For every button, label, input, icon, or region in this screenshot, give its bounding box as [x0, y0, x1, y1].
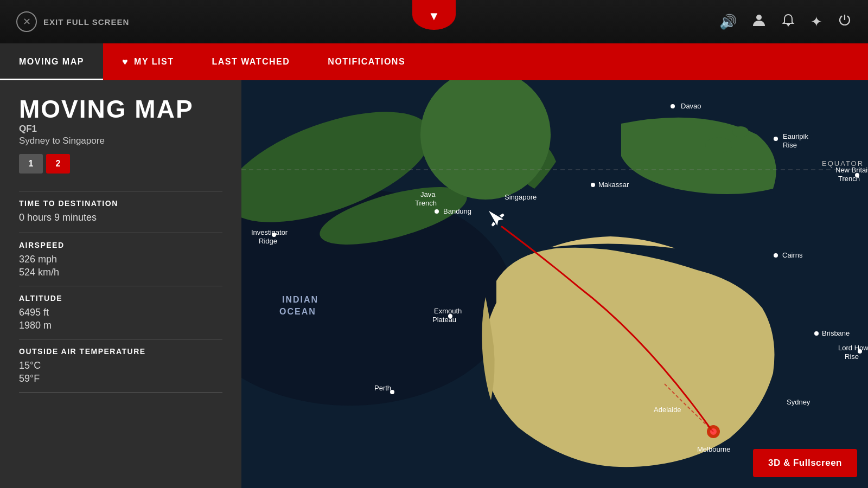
svg-text:Trench: Trench — [415, 199, 437, 207]
svg-point-0 — [756, 15, 762, 20]
svg-text:Makassar: Makassar — [598, 181, 629, 189]
svg-text:Singapore: Singapore — [505, 193, 537, 201]
svg-text:Eauripik: Eauripik — [783, 132, 808, 140]
stat-temp-label: OUTSIDE AIR TEMPERATURE — [19, 347, 222, 356]
tab-notifications[interactable]: NOTIFICATIONS — [309, 43, 424, 80]
tab-my-list-label: MY LIST — [134, 57, 174, 67]
svg-text:INDIAN: INDIAN — [282, 295, 318, 304]
svg-text:Trench: Trench — [838, 175, 860, 183]
svg-text:Brisbane: Brisbane — [822, 329, 850, 337]
view-btn-2[interactable]: 2 — [46, 154, 70, 174]
stat-temperature: OUTSIDE AIR TEMPERATURE 15°C 59°F — [19, 347, 222, 384]
divider-2 — [19, 233, 222, 233]
svg-text:Ridge: Ridge — [259, 237, 277, 245]
stat-altitude-ft: 6495 ft — [19, 305, 222, 320]
stat-time-label: TIME TO DESTINATION — [19, 199, 222, 208]
svg-text:Lord Howe: Lord Howe — [838, 344, 868, 352]
bell-icon[interactable] — [781, 13, 795, 31]
map-area: Davao Eauripik Rise EQUATOR New Britain … — [241, 80, 868, 488]
svg-text:Plateau: Plateau — [432, 316, 456, 324]
divider-5 — [19, 392, 222, 393]
svg-point-27 — [591, 183, 595, 187]
page-title: MOVING MAP — [19, 97, 222, 121]
flight-code: QF1 — [19, 124, 222, 134]
stat-altitude-m: 1980 m — [19, 320, 222, 331]
svg-text:Investigator: Investigator — [251, 228, 288, 236]
stat-airspeed-mph: 326 mph — [19, 252, 222, 267]
top-right-icons: 🔊 ✦ — [719, 13, 852, 31]
view-toggle: 1 2 — [19, 154, 222, 174]
fullscreen-button[interactable]: 3D & Fullscreen — [753, 449, 857, 477]
svg-text:New Britain: New Britain — [835, 166, 868, 174]
tab-moving-map-label: MOVING MAP — [19, 57, 84, 67]
view-btn-1[interactable]: 1 — [19, 154, 43, 174]
dropdown-panel[interactable]: ▼ — [412, 0, 456, 30]
svg-text:Java: Java — [420, 190, 436, 198]
tab-my-list[interactable]: ♥ MY LIST — [103, 43, 193, 80]
stat-altitude: ALTITUDE 6495 ft 1980 m — [19, 294, 222, 331]
power-icon[interactable] — [838, 13, 852, 31]
chevron-down-icon: ▼ — [428, 9, 440, 23]
svg-point-31 — [435, 209, 439, 214]
svg-text:Sydney: Sydney — [787, 398, 810, 406]
svg-text:Adelaide: Adelaide — [654, 406, 681, 414]
divider-1 — [19, 191, 222, 191]
heart-icon: ♥ — [122, 56, 129, 68]
svg-text:Rise: Rise — [783, 141, 797, 149]
person-icon[interactable] — [752, 13, 766, 30]
svg-point-2 — [788, 24, 789, 26]
svg-point-9 — [732, 126, 749, 137]
divider-4 — [19, 339, 222, 339]
tab-moving-map[interactable]: MOVING MAP — [0, 43, 103, 80]
tab-notifications-label: NOTIFICATIONS — [328, 57, 405, 67]
svg-point-8 — [705, 137, 732, 153]
stat-time-value: 0 hours 9 minutes — [19, 210, 222, 225]
tab-last-watched-label: LAST WATCHED — [212, 57, 290, 67]
top-bar: ✕ EXIT FULL SCREEN ▼ 🔊 ✦ — [0, 0, 868, 43]
svg-text:Davao: Davao — [681, 102, 701, 110]
stat-time-to-dest: TIME TO DESTINATION 0 hours 9 minutes — [19, 199, 222, 225]
svg-text:Cairns: Cairns — [782, 251, 803, 259]
svg-point-43 — [814, 331, 819, 336]
svg-text:Rise: Rise — [845, 352, 859, 361]
stat-airspeed: AIRSPEED 326 mph 524 km/h — [19, 241, 222, 278]
svg-text:Perth: Perth — [374, 384, 391, 392]
stat-airspeed-kmh: 524 km/h — [19, 267, 222, 278]
divider-3 — [19, 286, 222, 286]
stat-temp-f: 59°F — [19, 373, 222, 384]
main-content: MOVING MAP QF1 Sydney to Singapore 1 2 T… — [0, 80, 868, 488]
tab-last-watched[interactable]: LAST WATCHED — [193, 43, 309, 80]
exit-button[interactable]: ✕ EXIT FULL SCREEN — [16, 11, 129, 32]
svg-point-18 — [774, 137, 778, 141]
svg-text:OCEAN: OCEAN — [279, 307, 316, 316]
close-icon: ✕ — [16, 11, 37, 32]
svg-point-38 — [774, 253, 778, 258]
svg-text:Bandung: Bandung — [443, 207, 471, 215]
svg-point-16 — [671, 104, 675, 108]
volume-icon[interactable]: 🔊 — [719, 14, 737, 30]
left-panel: MOVING MAP QF1 Sydney to Singapore 1 2 T… — [0, 80, 241, 488]
stat-temp-c: 15°C — [19, 358, 222, 373]
map-svg: Davao Eauripik Rise EQUATOR New Britain … — [241, 80, 868, 488]
svg-text:Melbourne: Melbourne — [697, 445, 730, 453]
flight-route: Sydney to Singapore — [19, 136, 222, 146]
sparkle-icon[interactable]: ✦ — [810, 14, 822, 30]
stat-airspeed-label: AIRSPEED — [19, 241, 222, 249]
nav-bar: MOVING MAP ♥ MY LIST LAST WATCHED NOTIFI… — [0, 43, 868, 80]
exit-label: EXIT FULL SCREEN — [43, 17, 129, 27]
svg-text:Exmouth: Exmouth — [434, 307, 462, 315]
stat-altitude-label: ALTITUDE — [19, 294, 222, 303]
